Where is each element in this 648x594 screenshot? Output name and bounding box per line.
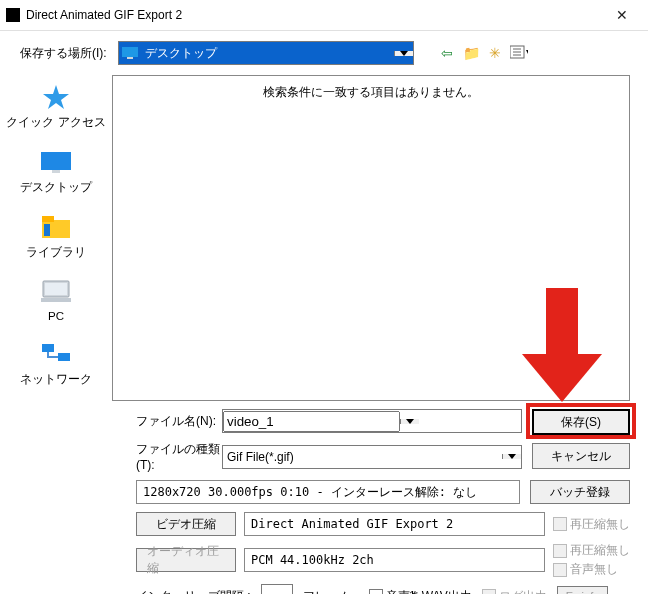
star-icon bbox=[39, 83, 73, 111]
desktop-icon bbox=[119, 47, 141, 59]
filename-input[interactable] bbox=[222, 409, 522, 433]
svg-rect-1 bbox=[127, 57, 133, 59]
place-quickaccess[interactable]: クイック アクセス bbox=[0, 79, 112, 140]
filename-label: ファイル名(N): bbox=[136, 413, 222, 430]
empty-message: 検索条件に一致する項目はありません。 bbox=[119, 84, 623, 101]
video-recompress-check: 再圧縮無し bbox=[553, 516, 630, 533]
audio-recompress-check: 再圧縮無し bbox=[553, 542, 630, 559]
interleave-label: インターリーブ間隔 : bbox=[136, 588, 251, 595]
svg-marker-7 bbox=[43, 85, 69, 109]
checkbox-icon bbox=[369, 589, 383, 594]
place-label: クイック アクセス bbox=[6, 115, 105, 130]
checkbox-icon bbox=[553, 544, 567, 558]
place-libraries[interactable]: ライブラリ bbox=[0, 209, 112, 270]
save-button[interactable]: 保存(S) bbox=[532, 409, 630, 435]
audio-recompress-label: 再圧縮無し bbox=[570, 542, 630, 559]
audio-codec-value: PCM 44.100kHz 2ch bbox=[244, 548, 545, 572]
save-in-combo[interactable]: デスクトップ bbox=[118, 41, 414, 65]
svg-rect-12 bbox=[44, 224, 50, 236]
place-label: デスクトップ bbox=[20, 180, 92, 195]
view-menu-icon[interactable] bbox=[510, 44, 528, 62]
wav-output-check[interactable]: 音声をWAV出力 bbox=[369, 588, 472, 595]
place-network[interactable]: ネットワーク bbox=[0, 336, 112, 397]
video-compress-button[interactable]: ビデオ圧縮 bbox=[136, 512, 236, 536]
save-in-label: 保存する場所(I): bbox=[20, 45, 110, 62]
filetype-value: Gif File(*.gif) bbox=[223, 450, 502, 464]
audio-mute-label: 音声無し bbox=[570, 561, 618, 578]
exinfo-button: Ex.info bbox=[557, 586, 609, 594]
back-icon[interactable]: ⇦ bbox=[438, 44, 456, 62]
batch-button[interactable]: バッチ登録 bbox=[530, 480, 630, 504]
audio-compress-button: オーディオ圧縮 bbox=[136, 548, 236, 572]
svg-rect-15 bbox=[41, 298, 71, 302]
log-output-label: ログ出力 bbox=[499, 588, 547, 595]
place-label: ライブラリ bbox=[26, 245, 86, 260]
svg-rect-11 bbox=[42, 216, 54, 222]
svg-rect-9 bbox=[52, 170, 60, 173]
close-icon[interactable]: ✕ bbox=[602, 7, 642, 23]
checkbox-icon bbox=[553, 517, 567, 531]
log-output-check: ログ出力 bbox=[482, 588, 547, 595]
interleave-unit: フレーム bbox=[303, 588, 351, 595]
save-in-value: デスクトップ bbox=[141, 45, 394, 62]
wav-output-label: 音声をWAV出力 bbox=[386, 588, 472, 595]
filename-field[interactable] bbox=[223, 411, 400, 432]
checkbox-icon bbox=[482, 589, 496, 594]
pc-icon bbox=[39, 278, 73, 306]
chevron-down-icon[interactable] bbox=[394, 51, 413, 56]
up-folder-icon[interactable]: 📁 bbox=[462, 44, 480, 62]
app-icon bbox=[6, 8, 20, 22]
network-icon bbox=[39, 340, 73, 368]
place-desktop[interactable]: デスクトップ bbox=[0, 144, 112, 205]
cancel-button[interactable]: キャンセル bbox=[532, 443, 630, 469]
video-recompress-label: 再圧縮無し bbox=[570, 516, 630, 533]
filetype-combo[interactable]: Gif File(*.gif) bbox=[222, 445, 522, 469]
export-info: 1280x720 30.000fps 0:10 - インターレース解除: なし bbox=[136, 480, 520, 504]
svg-rect-17 bbox=[58, 353, 70, 361]
folder-icon bbox=[39, 213, 73, 241]
chevron-down-icon[interactable] bbox=[502, 454, 521, 459]
window-title: Direct Animated GIF Export 2 bbox=[26, 8, 602, 22]
file-list-pane[interactable]: 検索条件に一致する項目はありません。 bbox=[112, 75, 630, 401]
svg-marker-6 bbox=[526, 50, 528, 54]
new-folder-icon[interactable]: ✳ bbox=[486, 44, 504, 62]
svg-rect-0 bbox=[122, 47, 138, 57]
monitor-icon bbox=[39, 148, 73, 176]
place-label: PC bbox=[48, 310, 64, 322]
svg-rect-14 bbox=[45, 283, 67, 295]
filetype-label: ファイルの種類(T): bbox=[136, 441, 222, 472]
chevron-down-icon[interactable] bbox=[400, 419, 419, 424]
place-label: ネットワーク bbox=[20, 372, 92, 387]
place-pc[interactable]: PC bbox=[0, 274, 112, 332]
svg-rect-16 bbox=[42, 344, 54, 352]
checkbox-icon bbox=[553, 563, 567, 577]
video-codec-value: Direct Animated GIF Export 2 bbox=[244, 512, 545, 536]
audio-mute-check: 音声無し bbox=[553, 561, 630, 578]
svg-rect-8 bbox=[41, 152, 71, 170]
